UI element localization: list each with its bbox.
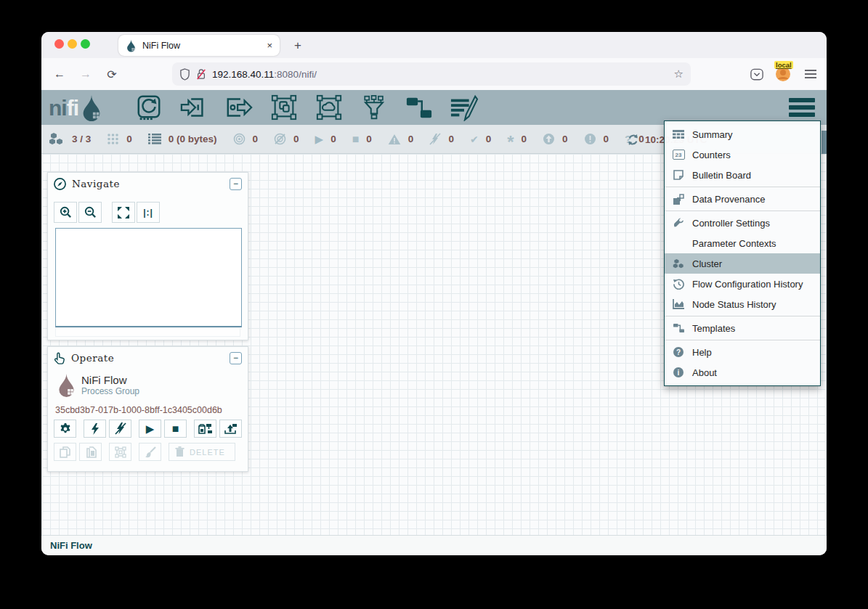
flow-name: NiFi Flow	[81, 374, 139, 386]
tab-title: NiFi Flow	[142, 41, 261, 51]
question-circle-icon: ?	[673, 347, 684, 357]
pocket-button[interactable]	[747, 65, 766, 83]
menu-item-help[interactable]: ? Help	[665, 342, 820, 362]
menu-item-parameter-contexts[interactable]: Parameter Contexts	[665, 233, 820, 253]
process-group-component[interactable]	[269, 94, 299, 121]
paste-button[interactable]	[79, 443, 102, 461]
upload-template-icon	[224, 423, 238, 435]
list-icon	[148, 134, 161, 144]
upload-template-button[interactable]	[219, 420, 242, 438]
remote-process-group-component[interactable]	[315, 94, 344, 121]
insecure-lock-icon[interactable]	[196, 68, 206, 80]
forward-button[interactable]: →	[76, 65, 95, 83]
enable-button[interactable]	[84, 420, 106, 438]
menu-item-counters[interactable]: 23 Counters	[665, 144, 820, 165]
menu-divider	[665, 187, 820, 187]
configure-button[interactable]	[54, 420, 76, 438]
nifi-logo: nifi	[49, 94, 103, 122]
menu-item-summary[interactable]: Summary	[665, 124, 820, 144]
output-port-component[interactable]	[224, 94, 253, 121]
delete-button[interactable]: DELETE	[169, 443, 235, 461]
save-template-button[interactable]	[194, 420, 216, 438]
tab-close-icon[interactable]: ×	[267, 40, 272, 51]
status-disabled: 0	[429, 133, 454, 145]
bullseye-icon	[233, 133, 246, 145]
info-circle-icon: i	[673, 367, 684, 377]
birdseye-footer	[55, 327, 240, 337]
status-stopped: ■ 0	[352, 133, 372, 146]
navigate-collapse-button[interactable]: −	[230, 178, 242, 190]
tab-strip: NiFi Flow × +	[41, 32, 827, 58]
status-up-to-date: ✔ 0	[470, 134, 491, 145]
zoom-in-button[interactable]	[54, 202, 77, 223]
area-chart-icon	[673, 299, 684, 309]
forward-icon: →	[80, 68, 92, 81]
status-active-threads: 0	[107, 133, 132, 145]
menu-item-templates[interactable]: Templates	[665, 318, 820, 338]
disable-button[interactable]	[109, 420, 131, 438]
new-tab-button[interactable]: +	[288, 36, 307, 55]
traffic-light-close[interactable]	[54, 39, 64, 49]
birdseye-map[interactable]	[55, 228, 242, 327]
global-menu-button[interactable]	[789, 98, 815, 117]
start-play-icon: ▶	[146, 422, 155, 436]
bookmark-star-icon[interactable]: ☆	[674, 68, 684, 81]
flow-identity: NiFi Flow Process Group	[81, 374, 139, 396]
shield-icon[interactable]	[179, 68, 190, 81]
operate-header[interactable]: Operate −	[48, 347, 248, 369]
sticky-note-icon	[673, 170, 684, 180]
template-component[interactable]	[405, 94, 434, 121]
remote-process-group-icon	[315, 94, 343, 121]
navigate-header[interactable]: Navigate −	[48, 173, 248, 195]
navigate-panel: Navigate −	[47, 172, 248, 340]
breadcrumb[interactable]: NiFi Flow	[50, 540, 92, 551]
traffic-light-zoom[interactable]	[81, 39, 90, 49]
menu-item-bulletin-board[interactable]: Bulletin Board	[665, 165, 820, 185]
operate-title: Operate	[71, 352, 224, 364]
menu-item-controller-settings[interactable]: Controller Settings	[665, 213, 820, 233]
compass-icon	[54, 178, 66, 190]
output-port-icon	[225, 94, 253, 121]
bolt-slash-icon	[429, 133, 441, 145]
flow-logo	[57, 373, 76, 401]
menu-item-node-status-history[interactable]: Node Status History	[665, 294, 820, 314]
bullseye-slash-icon	[274, 133, 286, 145]
back-button[interactable]: ←	[50, 65, 69, 83]
menu-item-about[interactable]: i About	[665, 362, 820, 383]
menu-item-data-provenance[interactable]: Data Provenance	[665, 189, 820, 209]
traffic-light-minimize[interactable]	[68, 39, 77, 49]
status-not-transmitting: 0	[274, 133, 299, 145]
zoom-out-button[interactable]	[78, 202, 102, 223]
back-icon: ←	[54, 68, 65, 81]
start-button[interactable]: ▶	[139, 420, 161, 438]
zoom-actual-button[interactable]: |:|	[137, 202, 160, 223]
asterisk-icon: *	[507, 139, 514, 145]
browser-menu-button[interactable]	[801, 65, 820, 83]
url-text: 192.168.40.11:8080/nifi/	[212, 69, 668, 80]
counters-icon: 23	[673, 150, 685, 160]
menu-item-cluster[interactable]: Cluster	[665, 253, 820, 274]
funnel-component[interactable]	[360, 94, 389, 121]
label-component[interactable]	[450, 94, 479, 121]
browser-tab[interactable]: NiFi Flow ×	[118, 35, 280, 56]
zoom-fit-button[interactable]	[112, 202, 135, 223]
fill-color-button[interactable]	[139, 443, 161, 461]
stop-button[interactable]: ■	[164, 420, 187, 438]
refresh-icon[interactable]	[627, 134, 639, 146]
menu-item-flow-configuration-history[interactable]: Flow Configuration History	[665, 274, 820, 294]
one-to-one-icon: |:|	[143, 208, 153, 218]
process-group-icon	[270, 94, 298, 121]
operate-collapse-button[interactable]: −	[230, 352, 242, 364]
status-stale: 0	[543, 133, 568, 145]
url-bar[interactable]: 192.168.40.11:8080/nifi/ ☆	[172, 62, 691, 86]
logo-drop-icon	[80, 94, 103, 122]
group-button[interactable]	[109, 443, 131, 461]
reload-button[interactable]: ⟳	[102, 65, 121, 83]
status-locally-modified: * 0	[507, 133, 527, 145]
processor-component[interactable]	[134, 94, 163, 121]
copy-button[interactable]	[54, 443, 76, 461]
template-icon	[405, 94, 433, 121]
status-invalid: 0	[388, 134, 414, 145]
stop-icon: ■	[352, 133, 360, 146]
input-port-component[interactable]	[179, 94, 208, 121]
